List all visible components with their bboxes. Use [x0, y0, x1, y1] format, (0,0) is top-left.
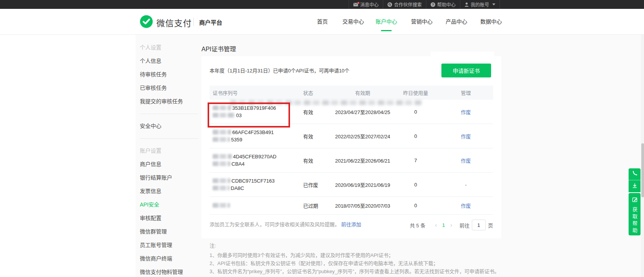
usage-count: 0	[392, 203, 439, 208]
sidebar-item-staff-account-management[interactable]: 员工账号管理	[140, 238, 198, 252]
redacted-serial-fragment	[213, 161, 230, 166]
certificate-serial: 66AFC4F253B491 5359	[210, 129, 300, 143]
topbar-item-label: 消息中心	[360, 1, 379, 8]
sidebar-item-my-submitted-tasks[interactable]: 我提交的审核任务	[140, 95, 198, 108]
wechat-pay-logo[interactable]: 微信支付	[140, 15, 192, 30]
header: 微信支付 商户平台 首页 交易中心 账户中心 营销中心 产品中心 数据中心	[0, 9, 644, 35]
nav-home[interactable]: 首页	[317, 9, 328, 34]
topbar-help-center[interactable]: ? 帮助中心	[426, 0, 460, 9]
mail-icon	[353, 3, 358, 7]
sidebar-section-personal-settings: 个人设置	[140, 41, 198, 54]
nav-account-center[interactable]: 账户中心	[376, 9, 397, 34]
svg-text:?: ?	[432, 3, 434, 7]
table-row: CDBC9715CF7163 DA8C 已作废 2020/06/19至2021/…	[210, 173, 493, 197]
nav-transaction-center[interactable]: 交易中心	[342, 9, 364, 34]
status-label: 有效	[300, 108, 333, 116]
download-icon	[632, 183, 638, 190]
redacted-serial-fragment	[213, 203, 230, 208]
validity-range: 2022/02/25至2027/02/24	[333, 133, 392, 140]
redacted-serial-fragment	[213, 154, 232, 159]
topbar-item-label: 合作伙伴搜索	[394, 1, 422, 8]
usage-count: 0	[392, 109, 439, 115]
contact-phone-button[interactable]	[629, 168, 641, 180]
column-header-manage: 管理	[439, 89, 493, 96]
page: 消息中心 合作伙伴搜索 ? 帮助中心 我的账号 微信支付	[0, 0, 644, 277]
column-header-usage: 昨日使用量	[392, 89, 439, 96]
quota-summary: 本年度（1月1日-12月31日）已申请0个API证书，可再申请10个	[210, 67, 349, 74]
scrollbar-thumb[interactable]	[641, 143, 644, 197]
note-line: 1、你最多可同时使用3个有效证书，为减少风险，建议及时作废不使用的API证书；	[210, 251, 502, 259]
validity-range: 2023/04/27至2028/04/25	[333, 108, 392, 116]
redacted-serial-fragment	[213, 186, 230, 190]
revoke-link[interactable]: 作废	[461, 109, 471, 115]
apply-new-certificate-button[interactable]: 申请新证书	[441, 64, 491, 77]
sidebar-item-bank-settlement-account[interactable]: 银行结算账户	[140, 171, 198, 185]
revoke-link[interactable]: 作废	[461, 158, 471, 164]
sidebar: 个人设置 个人信息 待审核任务 已审核任务 我提交的审核任务 安全中心 账户设置…	[140, 41, 198, 277]
floating-help-panel: 获取帮助	[629, 168, 641, 235]
validity-range: 2018/07/05至2020/07/03	[333, 202, 392, 209]
security-contact-tip: 添加员工为安全联系人，可同步接收相关通知及风险提醒。 前往添加	[210, 220, 361, 229]
redacted-serial-fragment	[213, 178, 230, 183]
header-divider	[193, 18, 194, 26]
status-label: 有效	[300, 157, 333, 164]
notes-section: 注: 1、你最多可同时使用3个有效证书，为减少风险，建议及时作废不使用的API证…	[210, 241, 502, 275]
certificate-card: 本年度（1月1日-12月31日）已申请0个API证书，可再申请10个 申请新证书…	[201, 56, 501, 238]
table-row: 4D45CFEB9270AD CBA4 有效 2021/06/22至2026/0…	[210, 148, 493, 173]
current-page[interactable]: 1	[442, 222, 445, 228]
page-title: API证书管理	[201, 44, 236, 53]
topbar-my-account[interactable]: 我的账号	[460, 0, 500, 9]
sidebar-item-api-security[interactable]: API安全	[140, 198, 198, 212]
topbar-message-center[interactable]: 消息中心	[349, 0, 383, 9]
certificate-serial	[210, 202, 300, 209]
sidebar-item-wechat-group-management[interactable]: 微信群管理	[140, 225, 198, 238]
help-icon: ?	[431, 2, 435, 7]
certificate-serial: 4D45CFEB9270AD CBA4	[210, 153, 300, 168]
topbar-partner-search[interactable]: 合作伙伴搜索	[383, 0, 426, 9]
sidebar-item-invoice-info[interactable]: 发票信息	[140, 185, 198, 198]
sidebar-item-pending-review-tasks[interactable]: 待审核任务	[140, 68, 198, 81]
nav-data-center[interactable]: 数据中心	[480, 9, 502, 34]
sidebar-item-security-center[interactable]: 安全中心	[140, 119, 198, 133]
note-line: 2、API证书包括：私钥文件及公钥证书（配对使用），仅保存在申请证书的电脑本地，…	[210, 259, 502, 267]
platform-label: 商户平台	[199, 18, 222, 26]
nav-product-center[interactable]: 产品中心	[446, 9, 467, 34]
phone-icon	[632, 170, 638, 178]
sidebar-section-account-settings: 账户设置	[140, 144, 198, 158]
table-row: 66AFC4F253B491 5359 有效 2022/02/25至2027/0…	[210, 124, 493, 148]
prev-page-arrow[interactable]: ‹	[435, 222, 437, 228]
redacted-serial-fragment	[213, 137, 230, 142]
sidebar-item-wechat-pay-materials[interactable]: 微信支付物料管理	[140, 265, 198, 277]
page-unit-label: 页	[488, 222, 493, 229]
sidebar-item-reviewed-tasks[interactable]: 已审核任务	[140, 81, 198, 95]
redacted-serial-fragment	[213, 130, 231, 134]
status-label: 有效	[300, 133, 333, 140]
partner-search-icon	[387, 2, 392, 7]
topbar-item-label: 我的账号	[471, 1, 489, 8]
column-header-serial: 证书序列号	[210, 89, 300, 96]
sidebar-item-personal-info[interactable]: 个人信息	[140, 54, 198, 68]
download-button[interactable]	[629, 180, 641, 192]
sidebar-item-merchant-info[interactable]: 商户信息	[140, 158, 198, 171]
sidebar-item-review-config[interactable]: 审核配置	[140, 212, 198, 225]
usage-count: 0	[392, 182, 439, 188]
get-help-button[interactable]: 获取帮助	[629, 193, 641, 235]
highlight-box	[208, 102, 290, 128]
tip-text: 添加员工为安全联系人，可同步接收相关通知及风险提醒。	[210, 222, 340, 227]
next-page-arrow[interactable]: ›	[450, 222, 452, 228]
revoke-link[interactable]: 作废	[461, 203, 471, 209]
go-add-link[interactable]: 前往添加	[341, 222, 361, 227]
user-icon	[465, 2, 469, 7]
sidebar-item-wechat-merchant-terminal[interactable]: 微信商户终端	[140, 252, 198, 265]
goto-page-input[interactable]	[472, 220, 486, 230]
goto-label: 前往	[460, 222, 470, 229]
total-count: 共 5 条	[410, 222, 425, 229]
note-line: 3、私钥文件名为“prikey_序列号”，公钥证书名为“pubkey_序列号”，…	[210, 267, 502, 275]
certificate-serial: CDBC9715CF7163 DA8C	[210, 177, 300, 192]
topbar: 消息中心 合作伙伴搜索 ? 帮助中心 我的账号	[0, 0, 644, 9]
table-row: 已过期 2018/07/05至2020/07/03 0 作废	[210, 197, 493, 215]
topbar-item-label: 帮助中心	[437, 1, 456, 8]
nav-marketing-center[interactable]: 营销中心	[411, 9, 433, 34]
validity-range: 2021/06/22至2026/06/21	[333, 157, 392, 164]
revoke-link[interactable]: 作废	[461, 134, 471, 139]
